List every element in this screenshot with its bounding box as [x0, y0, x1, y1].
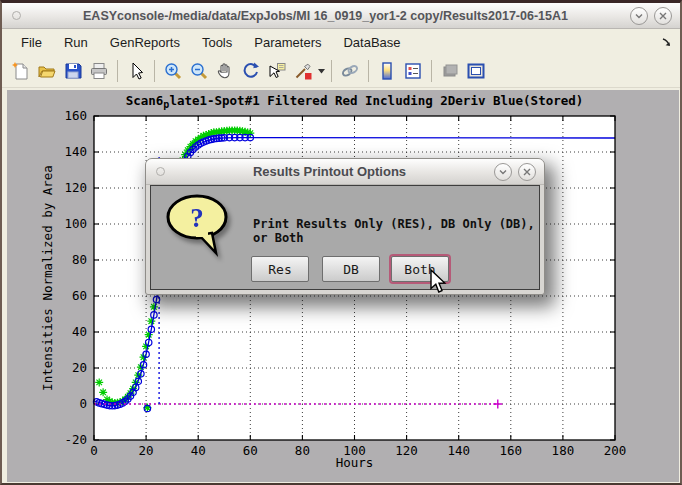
- window-menu-icon[interactable]: [12, 11, 21, 20]
- toolbar-separator: [368, 60, 369, 82]
- question-mark: ?: [190, 203, 204, 233]
- results-printout-dialog: Results Printout Options ? Print Results…: [145, 158, 545, 295]
- pointer-icon: [126, 61, 146, 81]
- open-folder-icon: [37, 61, 57, 81]
- colorbar-icon: [377, 61, 397, 81]
- menu-run[interactable]: Run: [53, 32, 99, 53]
- snapshot-button[interactable]: [437, 58, 463, 84]
- snapshot-icon: [440, 61, 460, 81]
- dock-figure-button[interactable]: [463, 58, 489, 84]
- dialog-close-button[interactable]: [518, 163, 536, 181]
- data-cursor-icon: [267, 61, 287, 81]
- toolbar-separator: [331, 60, 332, 82]
- rotate-3d-button[interactable]: [238, 58, 264, 84]
- new-document-button[interactable]: [8, 58, 34, 84]
- menu-bar: File Run GenReports Tools Parameters Dat…: [2, 29, 680, 55]
- menu-tools[interactable]: Tools: [191, 32, 243, 53]
- dialog-message: Print Results Only (RES), DB Only (DB), …: [253, 217, 538, 245]
- window-title: EASYconsole-/media/data/ExpJobs/MI 16_09…: [21, 9, 630, 23]
- menu-database[interactable]: DataBase: [332, 32, 411, 53]
- link-plots-icon: [340, 61, 360, 81]
- pointer-tool-button[interactable]: [123, 58, 149, 84]
- close-icon: [657, 10, 669, 22]
- chevron-down-icon: [633, 10, 645, 22]
- pan-button[interactable]: [212, 58, 238, 84]
- zoom-out-button[interactable]: [186, 58, 212, 84]
- toolbar: [2, 55, 680, 88]
- toolbar-separator: [117, 60, 118, 82]
- data-cursor-button[interactable]: [264, 58, 290, 84]
- new-document-icon: [11, 61, 31, 81]
- chevron-down-icon: [497, 166, 509, 178]
- link-plots-button[interactable]: [337, 58, 363, 84]
- menu-overflow-icon[interactable]: [662, 37, 672, 47]
- dock-figure-icon: [466, 61, 486, 81]
- dialog-body: ? Print Results Only (RES), DB Only (DB)…: [150, 185, 540, 290]
- mouse-cursor: [430, 269, 448, 295]
- shade-button[interactable]: [630, 7, 648, 25]
- app-window: EASYconsole-/media/data/ExpJobs/MI 16_09…: [0, 0, 682, 485]
- print-icon: [89, 61, 109, 81]
- zoom-in-button[interactable]: [160, 58, 186, 84]
- toolbar-separator: [154, 60, 155, 82]
- print-button[interactable]: [86, 58, 112, 84]
- menu-file[interactable]: File: [10, 32, 53, 53]
- save-icon: [63, 61, 83, 81]
- menu-parameters[interactable]: Parameters: [243, 32, 332, 53]
- insert-legend-button[interactable]: [400, 58, 426, 84]
- brush-dropdown-caret[interactable]: [316, 58, 326, 84]
- dialog-menu-icon[interactable]: [156, 167, 165, 176]
- window-titlebar[interactable]: EASYconsole-/media/data/ExpJobs/MI 16_09…: [2, 3, 680, 29]
- dialog-titlebar[interactable]: Results Printout Options: [146, 159, 544, 185]
- close-icon: [521, 166, 533, 178]
- zoom-out-icon: [189, 61, 209, 81]
- brush-icon: [293, 61, 313, 81]
- zoom-in-icon: [163, 61, 183, 81]
- res-button[interactable]: Res: [251, 256, 309, 282]
- rotate-3d-icon: [241, 61, 261, 81]
- toolbar-separator: [431, 60, 432, 82]
- save-button[interactable]: [60, 58, 86, 84]
- open-folder-button[interactable]: [34, 58, 60, 84]
- db-button[interactable]: DB: [322, 256, 380, 282]
- question-bubble-icon: ?: [163, 191, 241, 259]
- brush-button[interactable]: [290, 58, 316, 84]
- legend-icon: [403, 61, 423, 81]
- caret-down-icon: [318, 69, 325, 74]
- dialog-controls: [494, 163, 536, 181]
- dialog-title: Results Printout Options: [165, 164, 494, 179]
- window-controls: [630, 7, 672, 25]
- pan-hand-icon: [215, 61, 235, 81]
- close-button[interactable]: [654, 7, 672, 25]
- colorbar-button[interactable]: [374, 58, 400, 84]
- dialog-shade-button[interactable]: [494, 163, 512, 181]
- menu-genreports[interactable]: GenReports: [99, 32, 191, 53]
